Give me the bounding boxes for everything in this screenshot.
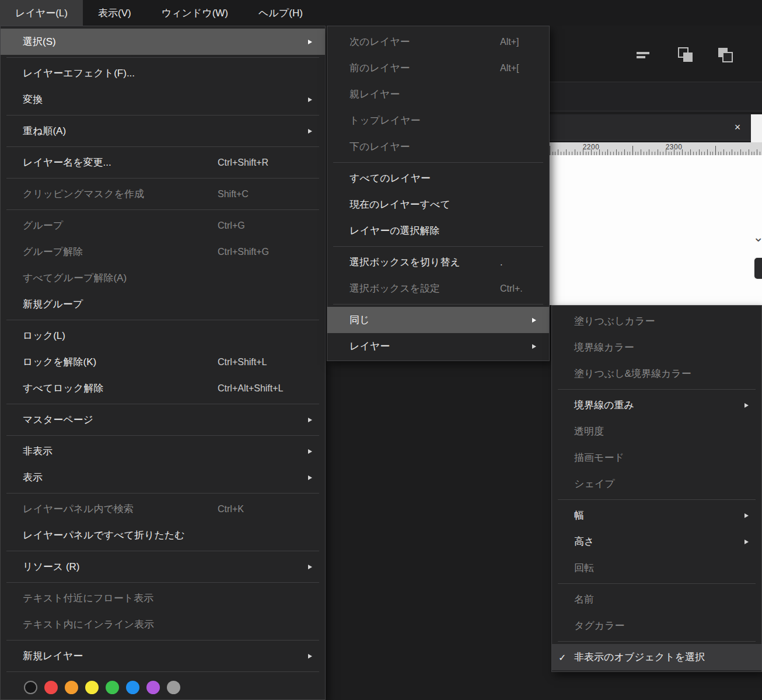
menubar-item-help[interactable]: ヘルプ(H) <box>243 0 318 26</box>
close-button[interactable]: × <box>731 121 744 134</box>
menu-item: すべてグループ解除(A) <box>1 265 325 291</box>
menu-item-label: 同じ <box>349 313 369 327</box>
menu-item[interactable]: すべてロック解除Ctrl+Alt+Shift+L <box>1 375 325 401</box>
menu-item: 塗りつぶし&境界線カラー <box>552 360 761 387</box>
menu-item-label: リソース (R) <box>23 560 80 573</box>
menu-separator <box>333 162 543 163</box>
menu-item-label: 現在のレイヤーすべて <box>349 198 450 211</box>
menu-item[interactable]: レイヤーエフェクト(F)... <box>1 60 325 86</box>
menu-item-label: 親レイヤー <box>349 88 400 101</box>
tag-color-swatch-6[interactable] <box>146 681 160 694</box>
menubar-item-layer[interactable]: レイヤー(L) <box>0 0 83 26</box>
menu-item[interactable]: マスターページ <box>1 407 325 433</box>
tag-color-swatch-none[interactable] <box>24 681 37 694</box>
menu-item[interactable]: 非表示 <box>1 438 325 464</box>
menu-item[interactable]: レイヤーパネルですべて折りたたむ <box>1 522 325 548</box>
submenu-arrow-icon <box>308 418 312 422</box>
tag-color-swatch-3[interactable] <box>85 681 99 694</box>
menu-item[interactable]: ✓非表示のオブジェクトを選択 <box>552 644 761 670</box>
menu-item[interactable]: 選択ボックスを切り替え. <box>327 249 549 275</box>
menu-item: 選択ボックスを設定Ctrl+. <box>327 275 549 302</box>
menu-item-shortcut: Ctrl+Shift+R <box>218 158 314 168</box>
menu-item[interactable]: 現在のレイヤーすべて <box>327 191 549 218</box>
menu-item-label: 非表示 <box>23 444 53 458</box>
menu-item: 回転 <box>552 555 761 581</box>
menu-separator <box>6 320 319 320</box>
menu-item-label: 塗りつぶし&境界線カラー <box>574 367 691 380</box>
chevron-down-icon[interactable]: ⌄ <box>753 231 762 244</box>
menu-item[interactable]: 重ね順(A) <box>1 118 325 144</box>
send-backward-button[interactable] <box>715 46 735 64</box>
menu-item[interactable]: すべてのレイヤー <box>327 165 549 191</box>
bring-forward-button[interactable] <box>676 46 695 64</box>
menu-item[interactable]: ロックを解除(K)Ctrl+Shift+L <box>1 349 325 375</box>
menu-item[interactable]: レイヤー <box>327 333 549 359</box>
menu-item: 名前 <box>552 586 761 612</box>
tag-color-swatch-5[interactable] <box>126 681 139 694</box>
menu-item-label: クリッピングマスクを作成 <box>23 187 144 201</box>
vertical-scrollbar-thumb[interactable] <box>753 257 762 280</box>
menu-item-label: ロックを解除(K) <box>23 355 96 369</box>
menu-item: 描画モード <box>552 444 761 471</box>
menu-separator <box>6 435 319 436</box>
menu-item[interactable]: 選択(S) <box>1 29 325 55</box>
menu-item[interactable]: 同じ <box>327 307 549 333</box>
menu-item[interactable]: 新規グループ <box>1 291 325 317</box>
submenu-arrow-icon <box>308 654 312 659</box>
menu-item: 親レイヤー <box>327 81 549 107</box>
menu-item-label: マスターページ <box>23 413 93 426</box>
menu-item[interactable]: 境界線の重み <box>552 392 761 418</box>
menu-item-shortcut: Ctrl+K <box>218 504 314 514</box>
menu-item-shortcut: Alt+] <box>500 37 539 47</box>
menu-item-label: レイヤーエフェクト(F)... <box>23 66 135 80</box>
submenu-arrow-icon <box>744 403 749 408</box>
tag-color-swatch-1[interactable] <box>44 681 58 694</box>
menu-separator <box>6 493 319 494</box>
menu-item-shortcut: Shift+C <box>218 189 314 200</box>
menu-item: グループ解除Ctrl+Shift+G <box>1 239 325 265</box>
menu-item-shortcut: . <box>500 257 539 268</box>
menu-item[interactable]: 変換 <box>1 86 325 113</box>
menu-item[interactable]: 幅 <box>552 502 761 528</box>
menu-item-label: レイヤーパネルですべて折りたたむ <box>23 528 185 542</box>
menu-separator <box>558 499 756 500</box>
menu-item-label: 回転 <box>574 561 594 575</box>
menu-item-label: グループ <box>23 219 63 232</box>
menu-item[interactable]: ロック(L) <box>1 323 325 349</box>
menu-item[interactable]: 表示 <box>1 464 325 491</box>
bring-forward-icon <box>676 46 695 64</box>
panel-corner <box>751 114 762 142</box>
menu-item-label: 幅 <box>574 509 584 522</box>
menu-item[interactable]: レイヤーの選択解除 <box>327 218 549 244</box>
tag-color-swatch-7[interactable] <box>167 681 180 694</box>
menubar-item-view[interactable]: 表示(V) <box>83 0 146 26</box>
menu-item-shortcut: Ctrl+. <box>500 284 539 294</box>
menu-item: グループCtrl+G <box>1 212 325 239</box>
submenu-arrow-icon <box>744 540 749 544</box>
menu-item[interactable]: 新規レイヤー <box>1 643 325 669</box>
menu-item: レイヤーパネル内で検索Ctrl+K <box>1 496 325 522</box>
menu-separator <box>6 582 319 583</box>
menu-item-shortcut: Ctrl+Alt+Shift+L <box>218 383 314 394</box>
menu-item-label: トップレイヤー <box>349 114 420 127</box>
menu-item[interactable]: リソース (R) <box>1 554 325 580</box>
menu-separator <box>558 641 756 642</box>
menu-item: 下のレイヤー <box>327 134 549 160</box>
tag-color-swatch-2[interactable] <box>65 681 78 694</box>
document-canvas[interactable]: ⌄ <box>550 155 762 305</box>
submenu-arrow-icon <box>532 318 536 323</box>
menu-item[interactable]: レイヤー名を変更...Ctrl+Shift+R <box>1 149 325 176</box>
menubar-item-window[interactable]: ウィンドウ(W) <box>146 0 243 26</box>
menu-item: 境界線カラー <box>552 334 761 360</box>
submenu-arrow-icon <box>308 449 312 454</box>
menu-separator <box>6 551 319 551</box>
menu-separator <box>6 178 319 178</box>
menu-item[interactable]: 高さ <box>552 528 761 555</box>
menu-item: テキスト内にインライン表示 <box>1 611 325 638</box>
menu-item-shortcut: Alt+[ <box>500 63 539 74</box>
tag-color-swatch-4[interactable] <box>106 681 119 694</box>
menu-separator <box>6 671 319 672</box>
menu-item-label: 境界線カラー <box>574 341 634 354</box>
menu-item-label: ロック(L) <box>23 329 65 342</box>
align-lines-button[interactable] <box>633 46 653 64</box>
